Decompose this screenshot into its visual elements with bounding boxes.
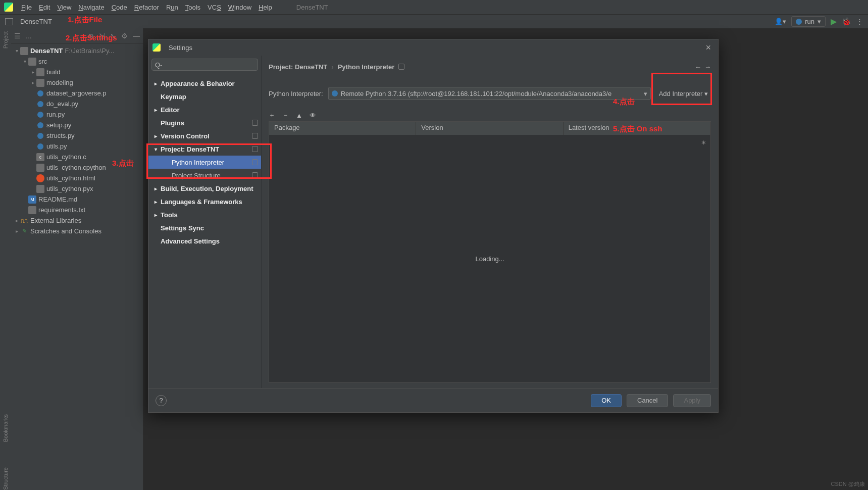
tree-scratches[interactable]: ▸✎Scratches and Consoles [11,226,143,236]
spinner-icon: ✶ [701,139,706,146]
menu-refactor[interactable]: Refactor [131,2,162,13]
tree-file[interactable]: run.py [11,109,143,120]
python-icon [796,19,802,25]
col-latest[interactable]: Latest version [564,122,710,135]
interpreter-selector[interactable]: Remote Python 3.7.16 (sftp://root@192.16… [328,87,651,100]
menu-vcs[interactable]: VCS [205,2,224,13]
settings-nav-item[interactable]: ▾Project: DenseTNT [148,142,261,156]
forward-icon[interactable]: → [704,63,711,71]
interpreter-label: Python Interpreter: [269,90,323,97]
settings-search-input[interactable]: Q- [151,59,258,71]
markdown-file-icon: M [28,195,36,204]
tree-file[interactable]: utils_cython.html [11,173,143,183]
menu-edit[interactable]: Edit [36,2,53,13]
rail-bookmarks-tab[interactable]: Bookmarks [3,414,9,442]
dialog-title: Settings [169,44,192,52]
settings-nav-item[interactable]: Keymap [148,90,261,103]
c-file-icon: c [36,153,44,161]
python-file-icon [36,89,44,97]
gear-icon[interactable]: ⚙ [120,31,129,41]
package-toolbar: ＋ － ▲ 👁 [269,109,711,121]
chevron-down-icon: ▾ [644,90,647,97]
menu-code[interactable]: Code [109,2,130,13]
run-button-icon[interactable]: ▶ [831,17,837,26]
cancel-button[interactable]: Cancel [627,394,668,407]
tree-file[interactable]: structs.py [11,130,143,141]
settings-nav-item[interactable]: ▸Version Control [148,129,261,142]
tree-file[interactable]: dataset_argoverse.p [11,88,143,99]
close-icon[interactable]: × [702,42,714,53]
folder-icon [20,47,28,55]
tree-file[interactable]: requirements.txt [11,205,143,215]
folder-icon [36,68,44,76]
text-file-icon [28,206,36,214]
settings-dialog: Settings × Q- ▸Appearance & BehaviorKeym… [148,39,719,413]
menubar: File Edit View Navigate Code Refactor Ru… [0,0,868,14]
menu-help[interactable]: Help [256,2,275,13]
tree-build[interactable]: ▸build [11,67,143,77]
hide-icon[interactable]: — [132,31,141,41]
debug-button-icon[interactable]: 🐞 [842,17,851,26]
tree-file[interactable]: utils_cython.pyx [11,183,143,194]
loading-text: Loading... [475,255,504,263]
settings-nav-item[interactable]: ▸Tools [148,208,261,221]
marker-icon [398,64,404,70]
python-icon [332,90,338,96]
html-file-icon [36,174,44,182]
run-config-selector[interactable]: run ▾ [791,16,826,27]
settings-nav-item[interactable]: ▸Appearance & Behavior [148,77,261,90]
tree-src[interactable]: ▾src [11,56,143,67]
settings-nav-item[interactable]: Settings Sync [148,221,261,234]
show-early-releases-icon[interactable]: 👁 [310,112,316,119]
add-package-icon[interactable]: ＋ [269,111,275,120]
pyx-file-icon [36,185,44,193]
tree-file[interactable]: MREADME.md [11,194,143,205]
rail-structure-tab[interactable]: Structure [3,467,9,490]
tree-modeling[interactable]: ▸modeling [11,77,143,88]
settings-nav-item[interactable]: Python Interpreter [148,156,261,169]
more-actions-icon[interactable]: ⋮ [856,18,863,25]
menu-tools[interactable]: Tools [182,2,203,13]
breadcrumb[interactable]: DenseTNT [20,18,52,25]
tree-file[interactable]: setup.py [11,120,143,130]
rail-project-tab[interactable]: Project [3,31,9,48]
settings-nav-item[interactable]: ▸Editor [148,103,261,116]
tree-external-libraries[interactable]: ▸⎍⎍External Libraries [11,215,143,226]
settings-nav-item[interactable]: Project Structure [148,169,261,182]
tree-file[interactable]: cutils_cython.c [11,152,143,162]
apply-button[interactable]: Apply [673,394,711,407]
col-version[interactable]: Version [416,122,563,135]
menu-view[interactable]: View [54,2,74,13]
remove-package-icon[interactable]: － [282,111,289,120]
menu-window[interactable]: Window [225,2,254,13]
collapse-icon[interactable]: ⤡ [109,31,117,41]
tree-root[interactable]: ▾DenseTNTF:\JetBrains\Py... [11,45,143,56]
ok-button[interactable]: OK [591,394,622,407]
pycharm-logo-icon [152,43,161,52]
chevron-down-icon: ▾ [704,90,708,97]
target-icon[interactable]: ⊕ [87,31,95,41]
left-tool-rail: Project Bookmarks Structure [0,28,11,490]
menu-run[interactable]: Run [163,2,181,13]
project-tree[interactable]: ▾DenseTNTF:\JetBrains\Py... ▾src ▸build … [11,43,143,490]
settings-nav-item[interactable]: Advanced Settings [148,234,261,248]
settings-nav-item[interactable]: ▸Build, Execution, Deployment [148,182,261,195]
tree-file[interactable]: utils.py [11,141,143,152]
tree-file[interactable]: utils_cython.cpython [11,162,143,173]
help-icon[interactable]: ? [156,395,167,406]
settings-nav-item[interactable]: ▸Languages & Frameworks [148,195,261,208]
back-icon[interactable]: ← [695,63,701,71]
menu-navigate[interactable]: Navigate [75,2,107,13]
add-interpreter-button[interactable]: Add Interpreter ▾ [656,88,711,100]
col-package[interactable]: Package [269,122,416,135]
menu-file[interactable]: File [18,2,35,13]
tree-file[interactable]: do_eval.py [11,99,143,109]
project-tool-window: ☰ ... ⊕ ⇲ ⤡ ⚙ — ▾DenseTNTF:\JetBrains\Py… [11,28,143,490]
scratch-icon: ✎ [20,227,28,235]
user-icon[interactable]: 👤▾ [775,18,786,25]
settings-nav-item[interactable]: Plugins [148,116,261,129]
hamburger-icon[interactable]: ☰ [13,31,22,41]
expand-icon[interactable]: ⇲ [98,31,106,41]
toolhead-label: ... [25,31,33,41]
upgrade-package-icon[interactable]: ▲ [296,112,302,119]
